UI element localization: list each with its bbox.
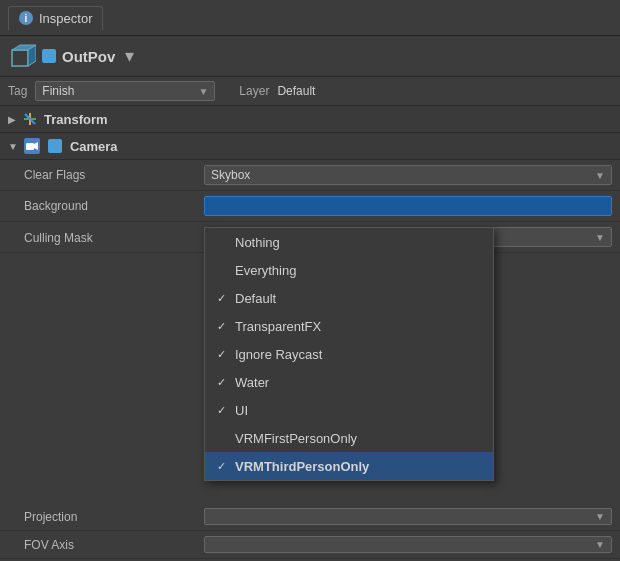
camera-section-header[interactable]: ▼ Camera [0, 133, 620, 160]
dropdown-item-ignore-raycast-check: ✓ [217, 348, 226, 361]
dropdown-item-nothing[interactable]: Nothing [205, 228, 493, 256]
dropdown-item-transparentfx[interactable]: ✓ TransparentFX [205, 312, 493, 340]
layer-value: Default [277, 84, 315, 98]
projection-row: Projection ▼ [0, 503, 620, 531]
dropdown-item-default-check: ✓ [217, 292, 226, 305]
dropdown-item-default-label: Default [235, 291, 276, 306]
dropdown-item-water[interactable]: ✓ Water [205, 368, 493, 396]
transform-arrow: ▶ [8, 114, 16, 125]
dropdown-item-transparentfx-label: TransparentFX [235, 319, 321, 334]
inspector-tab[interactable]: i Inspector [8, 6, 103, 30]
tag-dropdown-arrow: ▼ [198, 86, 208, 97]
tag-layer-row: Tag Finish ▼ Layer Default [0, 77, 620, 106]
projection-value-container[interactable]: ▼ [204, 508, 612, 525]
fov-axis-dropdown[interactable]: ▼ [204, 536, 612, 553]
object-header: OutPov ▾ [0, 36, 620, 77]
fov-axis-label: FOV Axis [24, 538, 204, 552]
svg-marker-7 [34, 142, 38, 150]
dropdown-item-ui-check: ✓ [217, 404, 226, 417]
dropdown-item-ui-label: UI [235, 403, 248, 418]
dropdown-item-nothing-label: Nothing [235, 235, 280, 250]
culling-mask-row: Culling Mask Mixed... ▼ Nothing Everythi… [0, 222, 620, 253]
svg-rect-6 [26, 143, 34, 150]
tag-dropdown[interactable]: Finish ▼ [35, 81, 215, 101]
camera-icon [24, 138, 40, 154]
fov-axis-arrow: ▼ [595, 539, 605, 550]
culling-mask-menu: Nothing Everything ✓ Default ✓ Transpare… [204, 227, 494, 481]
projection-arrow: ▼ [595, 511, 605, 522]
dropdown-item-vrm-first-person[interactable]: VRMFirstPersonOnly [205, 424, 493, 452]
fov-axis-value-container[interactable]: ▼ [204, 536, 612, 553]
transform-label: Transform [44, 112, 108, 127]
dropdown-item-water-check: ✓ [217, 376, 226, 389]
clear-flags-dropdown[interactable]: Skybox ▼ [204, 165, 612, 185]
object-active-checkbox[interactable] [42, 49, 56, 63]
dropdown-item-vrm-third-person-label: VRMThirdPersonOnly [235, 459, 369, 474]
tag-label: Tag [8, 84, 27, 98]
background-value-container [204, 196, 612, 216]
tab-bar: i Inspector [0, 0, 620, 36]
clear-flags-row: Clear Flags Skybox ▼ [0, 160, 620, 191]
background-color-field[interactable] [204, 196, 612, 216]
dropdown-item-ui[interactable]: ✓ UI [205, 396, 493, 424]
dropdown-item-transparentfx-check: ✓ [217, 320, 226, 333]
transform-section-header[interactable]: ▶ Transform [0, 106, 620, 133]
background-label: Background [24, 199, 204, 213]
properties-panel: Clear Flags Skybox ▼ Background Culling … [0, 160, 620, 561]
background-row: Background [0, 191, 620, 222]
dropdown-item-water-label: Water [235, 375, 269, 390]
camera-arrow: ▼ [8, 141, 18, 152]
clear-flags-value-container[interactable]: Skybox ▼ [204, 165, 612, 185]
fov-axis-row: FOV Axis ▼ [0, 531, 620, 559]
dropdown-item-default[interactable]: ✓ Default [205, 284, 493, 312]
info-icon: i [19, 11, 33, 25]
dropdown-item-vrm-third-person-check: ✓ [217, 460, 226, 473]
transform-icon [22, 111, 38, 127]
camera-label: Camera [70, 139, 118, 154]
dropdown-item-vrm-first-person-label: VRMFirstPersonOnly [235, 431, 357, 446]
object-name: OutPov [62, 48, 115, 65]
dropdown-item-everything[interactable]: Everything [205, 256, 493, 284]
culling-mask-arrow: ▼ [595, 232, 605, 243]
clear-flags-arrow: ▼ [595, 170, 605, 181]
dropdown-item-ignore-raycast-label: Ignore Raycast [235, 347, 322, 362]
clear-flags-label: Clear Flags [24, 168, 204, 182]
clear-flags-value: Skybox [211, 168, 250, 182]
inspector-tab-label: Inspector [39, 11, 92, 26]
camera-active-checkbox[interactable] [48, 139, 62, 153]
culling-mask-dropdown-container: Mixed... ▼ Nothing Everything ✓ Default … [204, 227, 612, 247]
projection-label: Projection [24, 510, 204, 524]
projection-dropdown[interactable]: ▼ [204, 508, 612, 525]
culling-mask-label: Culling Mask [24, 231, 204, 245]
layer-label: Layer [239, 84, 269, 98]
tag-value: Finish [42, 84, 74, 98]
cube-icon [8, 42, 36, 70]
object-expand-arrow[interactable]: ▾ [125, 45, 134, 67]
svg-rect-0 [12, 50, 28, 66]
dropdown-item-everything-label: Everything [235, 263, 296, 278]
dropdown-item-ignore-raycast[interactable]: ✓ Ignore Raycast [205, 340, 493, 368]
dropdown-item-vrm-third-person[interactable]: ✓ VRMThirdPersonOnly [205, 452, 493, 480]
